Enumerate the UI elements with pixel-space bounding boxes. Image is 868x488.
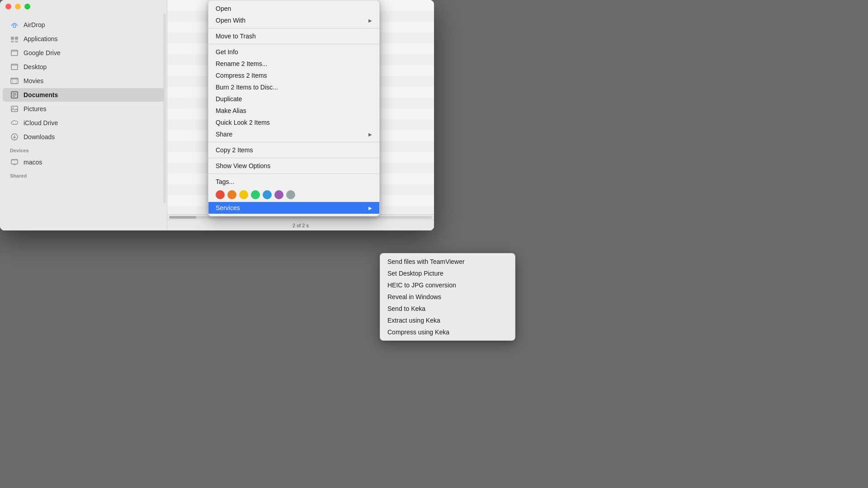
services-item-label: HEIC to JPG conversion: [387, 282, 456, 289]
services-item-set-desktop-picture[interactable]: Set Desktop Picture: [380, 267, 515, 279]
pictures-icon: [10, 104, 19, 113]
svg-rect-21: [11, 160, 18, 161]
services-item-label: Compress using Keka: [387, 328, 449, 336]
menu-item-move-to-trash[interactable]: Move to Trash: [208, 30, 379, 42]
downloads-icon: [10, 132, 19, 141]
svg-rect-1: [11, 37, 14, 40]
menu-item-label: Quick Look 2 Items: [216, 119, 270, 126]
services-item-reveal-in-windows[interactable]: Reveal in Windows: [380, 291, 515, 303]
sidebar-scrollbar[interactable]: [163, 14, 166, 203]
menu-item-label: Rename 2 Items...: [216, 60, 267, 67]
movies-icon: [10, 76, 19, 85]
submenu-arrow-icon: ▶: [368, 206, 372, 211]
separator-1: [208, 28, 379, 28]
tag-dot-green[interactable]: [251, 190, 260, 199]
separator-2: [208, 44, 379, 44]
tags-color-section: [208, 188, 379, 202]
services-submenu: Send files with TeamViewer Set Desktop P…: [380, 253, 515, 341]
menu-item-label: Share: [216, 131, 232, 138]
sidebar-item-applications[interactable]: Applications: [3, 32, 164, 46]
macos-icon: [10, 158, 19, 167]
separator-5: [208, 174, 379, 174]
sidebar-item-desktop[interactable]: Desktop: [3, 60, 164, 74]
submenu-arrow-icon: ▶: [368, 132, 372, 137]
sidebar-item-airdrop[interactable]: AirDrop: [3, 18, 164, 32]
menu-item-show-view-options[interactable]: Show View Options: [208, 160, 379, 172]
services-item-label: Send to Keka: [387, 305, 425, 312]
menu-item-services[interactable]: Services ▶: [208, 202, 379, 214]
google-drive-icon: [10, 48, 19, 57]
minimize-button[interactable]: [15, 4, 21, 9]
maximize-button[interactable]: [24, 4, 30, 9]
sidebar-item-downloads[interactable]: Downloads: [3, 130, 164, 144]
menu-item-label: Make Alias: [216, 107, 246, 114]
sidebar-item-label: Movies: [24, 77, 43, 84]
services-item-label: Reveal in Windows: [387, 293, 441, 300]
menu-item-burn-2-items[interactable]: Burn 2 Items to Disc...: [208, 81, 379, 93]
menu-item-rename-2-items[interactable]: Rename 2 Items...: [208, 58, 379, 70]
sidebar-item-label: Documents: [24, 91, 58, 99]
menu-item-label: Move to Trash: [216, 33, 256, 40]
menu-item-get-info[interactable]: Get Info: [208, 46, 379, 58]
menu-item-compress-2-items[interactable]: Compress 2 Items: [208, 70, 379, 81]
menu-item-copy-2-items[interactable]: Copy 2 Items: [208, 144, 379, 156]
services-item-label: Extract using Keka: [387, 317, 440, 324]
sidebar-item-pictures[interactable]: Pictures: [3, 102, 164, 116]
sidebar-item-documents[interactable]: Documents: [3, 88, 164, 102]
sidebar-item-label: Google Drive: [24, 49, 61, 56]
svg-rect-17: [11, 106, 18, 112]
menu-item-label: Open With: [216, 17, 245, 24]
svg-rect-11: [12, 78, 13, 84]
menu-item-duplicate[interactable]: Duplicate: [208, 93, 379, 105]
svg-rect-4: [15, 41, 18, 42]
devices-section-label: Devices: [0, 144, 167, 155]
sidebar-item-label: iCloud Drive: [24, 119, 58, 127]
tag-dot-red[interactable]: [216, 190, 225, 199]
svg-rect-12: [16, 78, 17, 84]
menu-item-label: Copy 2 Items: [216, 146, 253, 154]
services-item-send-to-keka[interactable]: Send to Keka: [380, 303, 515, 314]
status-bar: 2 of 2 s: [167, 220, 434, 230]
menu-item-label: Duplicate: [216, 95, 242, 103]
tag-dot-yellow[interactable]: [239, 190, 248, 199]
services-item-label: Set Desktop Picture: [387, 270, 443, 277]
context-menu: Open Open With ▶ Move to Trash Get Info …: [208, 0, 380, 216]
svg-point-0: [13, 25, 16, 28]
icloud-drive-icon: [10, 118, 19, 127]
menu-item-label: Compress 2 Items: [216, 72, 267, 79]
scrollbar-thumb[interactable]: [169, 216, 196, 219]
sidebar-item-icloud-drive[interactable]: iCloud Drive: [3, 116, 164, 130]
status-text: 2 of 2 s: [292, 223, 309, 228]
applications-icon: [10, 34, 19, 43]
svg-rect-3: [11, 41, 14, 42]
services-item-send-files-teamviewer[interactable]: Send files with TeamViewer: [380, 256, 515, 267]
menu-item-make-alias[interactable]: Make Alias: [208, 105, 379, 117]
menu-item-quick-look[interactable]: Quick Look 2 Items: [208, 117, 379, 128]
menu-item-label: Tags...: [216, 178, 234, 185]
tag-dot-orange[interactable]: [227, 190, 236, 199]
desktop-icon: [10, 62, 19, 71]
sidebar-item-macos[interactable]: macos: [3, 155, 164, 169]
sidebar-item-label: Downloads: [24, 133, 55, 141]
sidebar-item-movies[interactable]: Movies: [3, 74, 164, 88]
services-item-heic-to-jpg[interactable]: HEIC to JPG conversion: [380, 279, 515, 291]
menu-item-open-with[interactable]: Open With ▶: [208, 14, 379, 26]
services-item-label: Send files with TeamViewer: [387, 258, 465, 265]
menu-item-label: Services: [216, 204, 240, 211]
sidebar-item-label: AirDrop: [24, 21, 45, 28]
close-button[interactable]: [5, 4, 11, 9]
tag-dot-purple[interactable]: [274, 190, 283, 199]
airdrop-icon: [10, 20, 19, 29]
sidebar-item-google-drive[interactable]: Google Drive: [3, 46, 164, 60]
menu-item-tags[interactable]: Tags...: [208, 176, 379, 188]
services-item-compress-using-keka[interactable]: Compress using Keka: [380, 326, 515, 338]
menu-item-share[interactable]: Share ▶: [208, 128, 379, 140]
services-item-extract-using-keka[interactable]: Extract using Keka: [380, 314, 515, 326]
tag-dot-gray[interactable]: [286, 190, 295, 199]
separator-3: [208, 142, 379, 142]
tag-dot-blue[interactable]: [263, 190, 272, 199]
traffic-lights: [5, 4, 30, 9]
svg-rect-6: [11, 50, 18, 52]
menu-item-open[interactable]: Open: [208, 3, 379, 14]
menu-item-label: Get Info: [216, 48, 238, 56]
